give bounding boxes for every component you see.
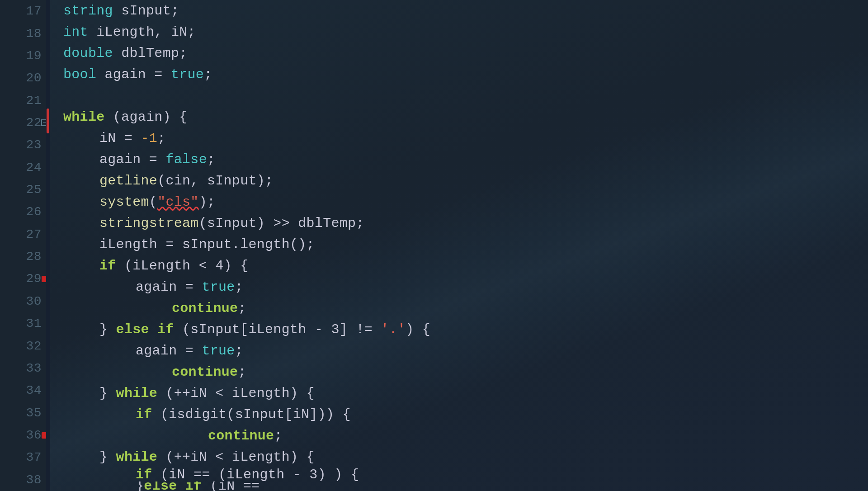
token-punct: ; [207, 153, 215, 166]
token-plain: dblTemp; [113, 47, 188, 60]
token-plain: (iN == (iLength - 3) ) { [152, 468, 359, 482]
token-punct: ; [238, 365, 246, 379]
token-fn: getline [99, 174, 157, 188]
token-plain: ( [149, 195, 157, 209]
code-line-35: } while (++iN < iLength) { [63, 383, 868, 404]
code-line-31: continue ; [63, 297, 868, 319]
code-line-24: again = false ; [63, 149, 868, 170]
token-punct: ; [274, 429, 282, 443]
token-fn: stringstream [99, 217, 199, 230]
scrollbar-thumb[interactable] [47, 109, 49, 133]
code-line-21 [63, 85, 868, 106]
token-plain: } [99, 387, 116, 400]
token-plain: iLength, iN; [88, 25, 196, 39]
line-number-27: 27 [0, 223, 50, 246]
token-kw-else-if: else if [116, 323, 174, 336]
line-number-25: 25 [0, 179, 50, 201]
token-punct: ; [235, 280, 243, 294]
line-number-30: 30 [0, 290, 50, 312]
code-line-19: double dblTemp; [63, 42, 868, 64]
line-number-31: 31 [0, 312, 50, 335]
token-type: bool [63, 68, 96, 81]
token-plain: again = [96, 68, 171, 81]
token-kw-while3: while [116, 450, 158, 464]
code-line-27: stringstream (sInput) >> dblTemp; [63, 212, 868, 234]
token-plain: iLength = sInput.length(); [99, 238, 315, 251]
code-line-34: continue ; [63, 362, 868, 383]
token-plain: again = [136, 280, 202, 294]
token-plain: ) { [406, 323, 430, 336]
line-number-17: 17 [0, 0, 50, 22]
line-number-37: 37 [0, 446, 50, 468]
code-line-37: continue ; [63, 425, 868, 447]
code-line-17: string sInput; [63, 0, 868, 21]
token-plain: } [99, 450, 116, 464]
token-plain: (iN == [202, 482, 259, 491]
token-plain: again = [136, 344, 202, 358]
token-fn: system [99, 195, 149, 209]
token-punct: ; [204, 68, 212, 81]
line-number-24: 24 [0, 156, 50, 179]
code-line-26: system ( "cls" ); [63, 191, 868, 212]
token-plain: (cin, sInput); [157, 174, 273, 188]
token-kw-if3: if [136, 468, 152, 482]
token-plain: iN = [99, 132, 141, 145]
token-type: int [63, 25, 88, 39]
token-kw-continue: continue [172, 302, 238, 315]
code-line-18: int iLength, iN; [63, 21, 868, 42]
token-plain: (sInput) >> dblTemp; [199, 217, 364, 230]
token-kw-continue2: continue [172, 365, 238, 379]
line-number-36: 36 [0, 424, 50, 446]
token-plain: (++iN < iLength) { [157, 387, 315, 400]
token-plain: (isdigit(sInput[iN])) { [152, 408, 351, 421]
code-line-22: while (again) { [63, 106, 868, 127]
token-str: "cls" [157, 195, 199, 209]
token-kw-continue3: continue [208, 429, 274, 443]
token-punct: ; [235, 344, 243, 358]
scrollbar-track[interactable] [46, 0, 50, 491]
token-num: -1 [141, 132, 158, 145]
code-line-32: } else if (sInput[iLength - 3] != '.' ) … [63, 319, 868, 340]
code-line-39: if (iN == (iLength - 3) ) { [63, 468, 868, 482]
line-numbers-column: 17 18 19 20 21 22 − 23 24 25 26 27 28 29… [0, 0, 50, 491]
line-number-23: 23 [0, 134, 50, 156]
token-char: '.' [381, 323, 406, 336]
token-plain: (sInput[iLength - 3] != [174, 323, 381, 336]
token-kw-while2: while [116, 387, 158, 400]
line-number-29: 29 [0, 268, 50, 290]
code-line-28: iLength = sInput.length(); [63, 234, 868, 255]
token-plain: again = [99, 153, 165, 166]
code-area: string sInput; int iLength, iN; double d… [50, 0, 868, 491]
code-line-33: again = true ; [63, 340, 868, 362]
token-kw-while: while [63, 110, 105, 124]
line-number-35: 35 [0, 401, 50, 424]
code-line-29: if (iLength < 4) { [63, 255, 868, 276]
code-line-25: getline (cin, sInput); [63, 170, 868, 191]
line-number-33: 33 [0, 357, 50, 379]
token-kw-if2: if [136, 408, 152, 421]
token-punct: ; [238, 302, 246, 315]
token-plain: (++iN < iLength) { [157, 450, 315, 464]
token-bool: true [202, 280, 235, 294]
token-plain: } [136, 482, 144, 491]
code-line-20: bool again = true ; [63, 64, 868, 85]
code-line-23: iN = -1 ; [63, 127, 868, 149]
code-line-38: } while (++iN < iLength) { [63, 447, 868, 468]
line-number-22: 22 − [0, 112, 50, 134]
line-number-38: 38 [0, 469, 50, 491]
code-line-40: } else if (iN == [63, 482, 868, 491]
line-number-21: 21 [0, 89, 50, 111]
token-punct: ; [157, 132, 165, 145]
line-number-26: 26 [0, 201, 50, 223]
line-number-19: 19 [0, 45, 50, 67]
token-kw-if: if [99, 259, 116, 273]
token-plain: ); [199, 195, 216, 209]
line-number-28: 28 [0, 246, 50, 268]
editor-container: 17 18 19 20 21 22 − 23 24 25 26 27 28 29… [0, 0, 868, 491]
token-plain: (again) { [105, 110, 188, 124]
token-type: double [63, 47, 113, 60]
line-number-20: 20 [0, 67, 50, 89]
code-line-30: again = true ; [63, 276, 868, 297]
line-number-18: 18 [0, 22, 50, 44]
code-line-36: if (isdigit(sInput[iN])) { [63, 404, 868, 425]
